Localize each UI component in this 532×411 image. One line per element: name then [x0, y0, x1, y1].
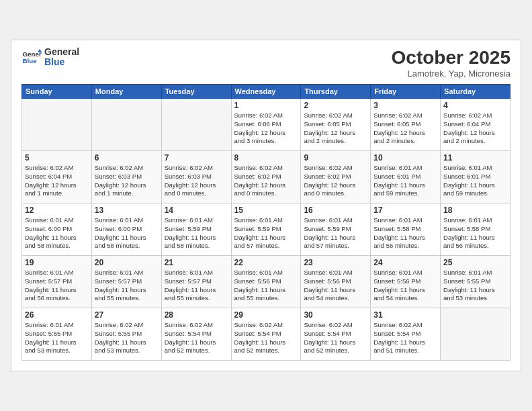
day-cell: [91, 99, 161, 151]
day-number: 29: [234, 310, 298, 320]
day-number: 12: [25, 205, 89, 215]
day-info: Sunrise: 6:02 AMSunset: 5:54 PMDaylight:…: [373, 321, 437, 355]
day-info: Sunrise: 6:01 AMSunset: 5:55 PMDaylight:…: [25, 321, 89, 355]
day-info: Sunrise: 6:02 AMSunset: 5:54 PMDaylight:…: [165, 321, 228, 355]
day-info: Sunrise: 6:02 AMSunset: 6:05 PMDaylight:…: [304, 111, 367, 146]
day-cell: 29Sunrise: 6:02 AMSunset: 5:54 PMDayligh…: [231, 308, 301, 361]
title-block: October 2025 Lamotrek, Yap, Micronesia: [392, 47, 511, 79]
day-number: 14: [165, 205, 228, 215]
week-row-0: 1Sunrise: 6:02 AMSunset: 6:06 PMDaylight…: [22, 99, 511, 151]
day-cell: 17Sunrise: 6:01 AMSunset: 5:58 PMDayligh…: [371, 203, 441, 256]
day-cell: 15Sunrise: 6:01 AMSunset: 5:59 PMDayligh…: [231, 203, 301, 256]
day-number: 30: [304, 310, 367, 320]
day-cell: 9Sunrise: 6:02 AMSunset: 6:02 PMDaylight…: [301, 151, 371, 203]
day-number: 18: [443, 205, 507, 215]
day-info: Sunrise: 6:01 AMSunset: 6:00 PMDaylight:…: [95, 216, 159, 250]
logo-general: General: [44, 47, 79, 57]
day-number: 16: [304, 205, 367, 215]
day-cell: 7Sunrise: 6:02 AMSunset: 6:03 PMDaylight…: [161, 151, 231, 203]
day-info: Sunrise: 6:02 AMSunset: 6:03 PMDaylight:…: [165, 164, 228, 198]
day-info: Sunrise: 6:01 AMSunset: 5:57 PMDaylight:…: [95, 269, 159, 303]
day-cell: 30Sunrise: 6:02 AMSunset: 5:54 PMDayligh…: [301, 308, 371, 361]
day-number: 9: [304, 153, 367, 163]
calendar-header: General Blue General Blue October 2025 L…: [21, 47, 511, 79]
day-cell: 13Sunrise: 6:01 AMSunset: 6:00 PMDayligh…: [91, 203, 161, 256]
day-info: Sunrise: 6:01 AMSunset: 5:56 PMDaylight:…: [234, 269, 298, 303]
day-cell: [441, 308, 511, 361]
day-cell: 19Sunrise: 6:01 AMSunset: 5:57 PMDayligh…: [22, 256, 92, 308]
day-number: 26: [25, 310, 89, 320]
week-row-2: 12Sunrise: 6:01 AMSunset: 6:00 PMDayligh…: [22, 203, 511, 256]
day-cell: 31Sunrise: 6:02 AMSunset: 5:54 PMDayligh…: [371, 308, 441, 361]
day-number: 6: [95, 153, 159, 163]
day-number: 23: [304, 258, 367, 267]
weekday-header-thursday: Thursday: [301, 85, 371, 99]
day-number: 27: [95, 310, 159, 320]
day-cell: [22, 99, 92, 151]
weekday-header-saturday: Saturday: [441, 85, 511, 99]
weekday-header-sunday: Sunday: [22, 85, 92, 99]
weekday-header-tuesday: Tuesday: [161, 85, 231, 99]
day-info: Sunrise: 6:01 AMSunset: 5:59 PMDaylight:…: [234, 216, 298, 250]
day-info: Sunrise: 6:01 AMSunset: 5:58 PMDaylight:…: [443, 216, 507, 250]
day-cell: 23Sunrise: 6:01 AMSunset: 5:56 PMDayligh…: [301, 256, 371, 308]
day-info: Sunrise: 6:01 AMSunset: 5:56 PMDaylight:…: [304, 269, 367, 303]
day-number: 20: [95, 258, 159, 267]
day-number: 7: [165, 153, 228, 163]
day-number: 21: [165, 258, 228, 267]
day-cell: 16Sunrise: 6:01 AMSunset: 5:59 PMDayligh…: [301, 203, 371, 256]
day-cell: 5Sunrise: 6:02 AMSunset: 6:04 PMDaylight…: [22, 151, 92, 203]
day-info: Sunrise: 6:01 AMSunset: 6:01 PMDaylight:…: [373, 164, 437, 198]
day-cell: 6Sunrise: 6:02 AMSunset: 6:03 PMDaylight…: [91, 151, 161, 203]
day-info: Sunrise: 6:02 AMSunset: 6:06 PMDaylight:…: [234, 111, 298, 146]
weekday-header-wednesday: Wednesday: [231, 85, 301, 99]
day-number: 13: [95, 205, 159, 215]
day-cell: [161, 99, 231, 151]
day-cell: 24Sunrise: 6:01 AMSunset: 5:56 PMDayligh…: [371, 256, 441, 308]
logo-blue: Blue: [44, 57, 79, 67]
day-cell: 14Sunrise: 6:01 AMSunset: 5:59 PMDayligh…: [161, 203, 231, 256]
day-info: Sunrise: 6:01 AMSunset: 5:55 PMDaylight:…: [443, 269, 507, 303]
day-cell: 3Sunrise: 6:02 AMSunset: 6:05 PMDaylight…: [371, 99, 441, 151]
day-info: Sunrise: 6:01 AMSunset: 6:00 PMDaylight:…: [25, 216, 89, 250]
day-number: 15: [234, 205, 298, 215]
day-number: 31: [373, 310, 437, 320]
day-cell: 22Sunrise: 6:01 AMSunset: 5:56 PMDayligh…: [231, 256, 301, 308]
day-cell: 26Sunrise: 6:01 AMSunset: 5:55 PMDayligh…: [22, 308, 92, 361]
day-info: Sunrise: 6:01 AMSunset: 5:59 PMDaylight:…: [165, 216, 228, 250]
day-info: Sunrise: 6:01 AMSunset: 5:57 PMDaylight:…: [25, 269, 89, 303]
day-info: Sunrise: 6:02 AMSunset: 5:54 PMDaylight:…: [234, 321, 298, 355]
week-row-3: 19Sunrise: 6:01 AMSunset: 5:57 PMDayligh…: [22, 256, 511, 308]
day-cell: 25Sunrise: 6:01 AMSunset: 5:55 PMDayligh…: [441, 256, 511, 308]
calendar-grid: SundayMondayTuesdayWednesdayThursdayFrid…: [21, 84, 511, 361]
logo-icon: General Blue: [21, 48, 42, 66]
weekday-header-friday: Friday: [371, 85, 441, 99]
week-row-4: 26Sunrise: 6:01 AMSunset: 5:55 PMDayligh…: [22, 308, 511, 361]
day-number: 11: [443, 153, 507, 163]
weekday-header-monday: Monday: [91, 85, 161, 99]
day-number: 25: [443, 258, 507, 267]
day-info: Sunrise: 6:02 AMSunset: 5:55 PMDaylight:…: [95, 321, 159, 355]
day-cell: 11Sunrise: 6:01 AMSunset: 6:01 PMDayligh…: [441, 151, 511, 203]
calendar-container: General Blue General Blue October 2025 L…: [11, 40, 521, 371]
day-info: Sunrise: 6:02 AMSunset: 6:04 PMDaylight:…: [25, 164, 89, 198]
day-number: 1: [234, 101, 298, 110]
day-info: Sunrise: 6:02 AMSunset: 6:02 PMDaylight:…: [304, 164, 367, 198]
day-cell: 8Sunrise: 6:02 AMSunset: 6:02 PMDaylight…: [231, 151, 301, 203]
day-info: Sunrise: 6:02 AMSunset: 5:54 PMDaylight:…: [304, 321, 367, 355]
day-cell: 28Sunrise: 6:02 AMSunset: 5:54 PMDayligh…: [161, 308, 231, 361]
day-number: 10: [373, 153, 437, 163]
day-number: 28: [165, 310, 228, 320]
day-cell: 12Sunrise: 6:01 AMSunset: 6:00 PMDayligh…: [22, 203, 92, 256]
day-info: Sunrise: 6:01 AMSunset: 5:57 PMDaylight:…: [165, 269, 228, 303]
day-number: 19: [25, 258, 89, 267]
day-cell: 21Sunrise: 6:01 AMSunset: 5:57 PMDayligh…: [161, 256, 231, 308]
week-row-1: 5Sunrise: 6:02 AMSunset: 6:04 PMDaylight…: [22, 151, 511, 203]
day-cell: 27Sunrise: 6:02 AMSunset: 5:55 PMDayligh…: [91, 308, 161, 361]
day-info: Sunrise: 6:02 AMSunset: 6:04 PMDaylight:…: [443, 111, 507, 146]
day-info: Sunrise: 6:01 AMSunset: 6:01 PMDaylight:…: [443, 164, 507, 198]
location: Lamotrek, Yap, Micronesia: [392, 68, 511, 79]
day-number: 22: [234, 258, 298, 267]
day-cell: 2Sunrise: 6:02 AMSunset: 6:05 PMDaylight…: [301, 99, 371, 151]
day-number: 4: [443, 101, 507, 110]
